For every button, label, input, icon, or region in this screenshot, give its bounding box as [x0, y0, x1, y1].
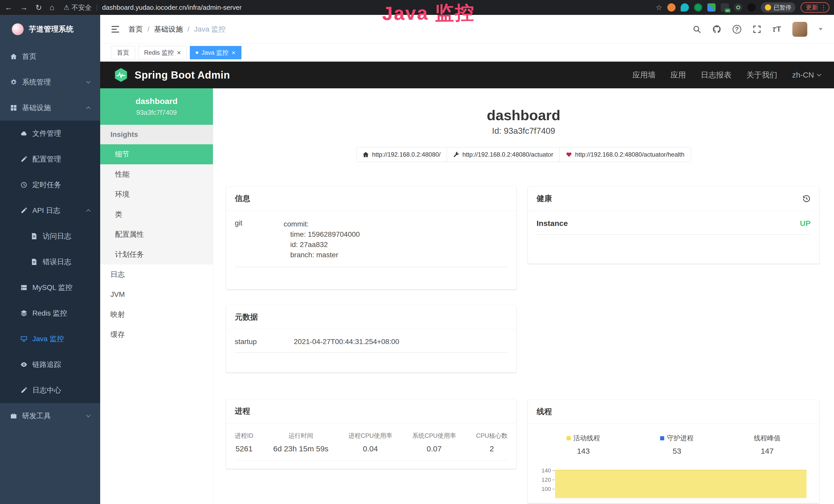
sidebar-item-file-mgmt[interactable]: 文件管理: [0, 121, 100, 146]
sba-item-logs[interactable]: 日志: [100, 265, 213, 284]
extension-icon-6[interactable]: [734, 3, 742, 12]
back-icon[interactable]: ←: [5, 3, 12, 12]
sidebar-item-mysql-monitor[interactable]: MySQL 监控: [0, 275, 100, 300]
breadcrumb-home[interactable]: 首页: [128, 24, 143, 34]
avatar-caret-icon[interactable]: [818, 28, 823, 30]
sidebar-item-infrastructure[interactable]: 基础设施: [0, 95, 100, 121]
legend-swatch-yellow: [567, 436, 571, 440]
process-col-cores: CPU核心数 2: [476, 432, 507, 453]
breadcrumb: 首页 / 基础设施 / Java 监控: [128, 24, 226, 34]
github-icon[interactable]: [712, 25, 721, 33]
metadata-startup-row: startup 2021-04-27T00:44:31.254+08:00: [235, 338, 507, 353]
chevron-down-icon: [86, 413, 91, 417]
forward-icon[interactable]: →: [20, 3, 28, 12]
help-icon[interactable]: ?: [732, 25, 741, 33]
extension-icon-2[interactable]: [681, 3, 689, 12]
instance-title: dashboard: [213, 107, 834, 123]
extension-icon-3[interactable]: [694, 3, 702, 12]
legend-swatch-blue: [660, 436, 664, 440]
paused-badge[interactable]: 已暂停: [761, 2, 795, 13]
health-card: 健康 Instance UP: [528, 187, 819, 264]
chevron-down-icon: [817, 72, 821, 76]
sba-item-classes[interactable]: 类: [100, 204, 213, 224]
close-icon[interactable]: ×: [232, 49, 236, 56]
fullscreen-icon[interactable]: [752, 25, 761, 33]
threads-legend: 活动线程 143 守护进程 53 线程峰值: [536, 434, 811, 456]
sba-item-config-props[interactable]: 配置属性: [100, 224, 213, 245]
sba-main-content: dashboard Id: 93a3fc7f7409 http://192.16…: [213, 88, 834, 504]
sidebar-item-system-mgmt[interactable]: 系统管理: [0, 69, 100, 95]
sidebar-item-config-mgmt[interactable]: 配置管理: [0, 146, 100, 172]
sba-item-jvm[interactable]: JVM: [100, 284, 213, 304]
sidebar-item-log-center[interactable]: 日志中心: [0, 377, 100, 403]
bookmark-star-icon[interactable]: ☆: [656, 3, 662, 12]
sba-item-environment[interactable]: 环境: [100, 184, 213, 204]
sba-item-details[interactable]: 细节: [100, 144, 213, 164]
health-instance-row: Instance UP: [536, 219, 811, 235]
gear-icon: [10, 79, 17, 86]
legend-peak-threads: 线程峰值 147: [754, 434, 781, 456]
user-avatar[interactable]: [792, 22, 807, 37]
sba-app-id: 93a3fc7f7409: [136, 109, 177, 117]
heart-icon: [566, 152, 572, 158]
extension-on-badge: on: [725, 8, 730, 13]
sidebar-item-access-logs[interactable]: 访问日志: [0, 223, 100, 249]
clock-icon: [21, 182, 27, 188]
address-bar[interactable]: ⚠ 不安全 dashboard.yudao.iocoder.cn/infra/a…: [63, 3, 656, 12]
sidebar-item-redis-monitor[interactable]: Redis 监控: [0, 300, 100, 326]
close-icon[interactable]: ×: [177, 49, 181, 56]
sba-instance-block[interactable]: dashboard 93a3fc7f7409: [100, 88, 213, 125]
sidebar-item-api-logs[interactable]: API 日志: [0, 198, 100, 223]
sba-item-caches[interactable]: 缓存: [100, 324, 213, 345]
status-badge: UP: [800, 219, 811, 228]
extension-icon-5[interactable]: on: [721, 3, 729, 12]
hamburger-icon[interactable]: [111, 26, 119, 32]
sba-nav-wallboard[interactable]: 应用墙: [632, 70, 656, 81]
sidebar-item-dev-tools[interactable]: 研发工具: [0, 403, 100, 429]
sidebar-item-link-tracing[interactable]: 链路追踪: [0, 352, 100, 377]
extension-icon-4[interactable]: [707, 3, 716, 12]
tab-home[interactable]: 首页: [111, 46, 135, 59]
breadcrumb-infrastructure[interactable]: 基础设施: [154, 24, 183, 34]
sba-nav-about[interactable]: 关于我们: [746, 70, 777, 81]
history-icon[interactable]: [803, 194, 811, 203]
sidebar-item-scheduled-jobs[interactable]: 定时任务: [0, 172, 100, 198]
eye-icon: [21, 361, 27, 368]
service-url-button[interactable]: http://192.168.0.2:48080/: [356, 147, 447, 162]
sba-item-metrics[interactable]: 性能: [100, 164, 213, 184]
sidebar-item-error-logs[interactable]: 错误日志: [0, 249, 100, 275]
sba-item-mappings[interactable]: 映射: [100, 304, 213, 324]
extension-icon-7[interactable]: [747, 3, 756, 12]
home-icon: [10, 53, 17, 60]
browser-home-icon[interactable]: ⌂: [49, 3, 54, 12]
chevron-up-icon: [86, 107, 91, 111]
tab-java-monitor[interactable]: Java 监控 ×: [190, 46, 241, 59]
sba-nav-applications[interactable]: 应用: [671, 70, 686, 81]
extension-icon-1[interactable]: [667, 3, 676, 12]
security-label: 不安全: [72, 3, 92, 12]
card-title: 健康: [536, 193, 552, 204]
sba-nav-journal[interactable]: 日志报表: [701, 70, 731, 81]
browser-menu-icon[interactable]: ⋮: [820, 4, 827, 12]
app-title: 芋道管理系统: [29, 24, 73, 35]
sba-group-insights: Insights: [100, 125, 213, 144]
reload-icon[interactable]: ↻: [36, 3, 42, 12]
update-button[interactable]: 更新 ⋮: [800, 2, 829, 13]
health-url-button[interactable]: http://192.168.0.2:48080/actuator/health: [559, 147, 691, 162]
tab-redis-monitor[interactable]: Redis 监控 ×: [138, 46, 187, 59]
server-icon: [21, 284, 27, 291]
card-title: 信息: [235, 193, 250, 204]
threads-chart-plot: [554, 467, 811, 495]
search-icon[interactable]: [693, 25, 701, 33]
card-title: 元数据: [235, 312, 258, 322]
actuator-url-button[interactable]: http://192.168.0.2:48080/actuator: [447, 147, 560, 162]
cloud-icon: [21, 130, 27, 137]
sidebar-item-home[interactable]: 首页: [0, 44, 100, 69]
sidebar-logo[interactable]: 芋道管理系统: [0, 15, 100, 44]
sba-item-scheduled-tasks[interactable]: 计划任务: [100, 245, 213, 265]
sba-locale-select[interactable]: zh-CN: [792, 71, 821, 79]
font-size-icon[interactable]: 𝜏T: [773, 25, 781, 33]
sidebar-item-java-monitor[interactable]: Java 监控: [0, 326, 100, 352]
process-col-proc-cpu: 进程CPU使用率 0.04: [349, 432, 393, 453]
home-icon: [363, 152, 369, 158]
